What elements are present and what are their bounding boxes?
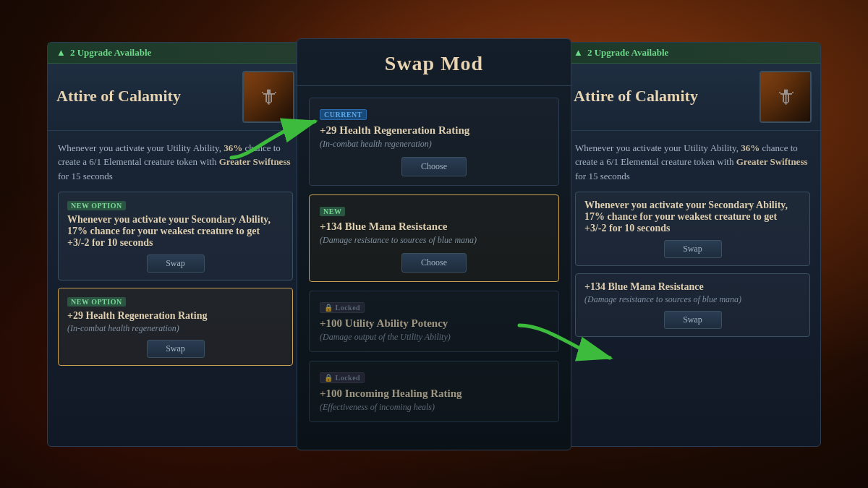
right-option1-box: Whenever you activate your Secondary Abi… [575,192,810,266]
right-card-avatar [760,71,812,123]
mod-locked2-tag: 🔒 Locked [320,372,365,383]
mod-current-title: +29 Health Regeneration Rating [320,124,548,137]
right-card: ▲ 2 Upgrade Available Attire of Calamity… [564,42,821,447]
lock1-icon: 🔒 [324,304,333,312]
mod-locked2-subtitle: (Effectiveness of incoming heals) [320,402,548,413]
mod-new-subtitle: (Damage resistance to sources of blue ma… [320,235,548,246]
mod-new-tag: NEW [320,207,345,216]
right-card-title: Attire of Calamity [574,87,698,106]
right-upgrade-text: 2 Upgrade Available [587,47,668,59]
mod-new-choose-button[interactable]: Choose [401,253,467,273]
center-header: Swap Mod [297,39,571,86]
upgrade-arrow-icon: ▲ [56,47,66,59]
right-card-desc: Whenever you activate your Utility Abili… [575,141,810,184]
mod-locked1-title: +100 Utility Ability Potency [320,317,548,330]
left-card-body: Whenever you activate your Utility Abili… [48,131,303,384]
left-card-title: Attire of Calamity [56,87,181,106]
mod-new-title: +134 Blue Mana Resistance [320,221,548,233]
left-card-desc: Whenever you activate your Utility Abili… [58,141,293,184]
center-body: CURRENT +29 Health Regeneration Rating (… [297,86,571,442]
mod-current-box: CURRENT +29 Health Regeneration Rating (… [309,98,559,186]
left-option2-box: NEW OPTION +29 Health Regeneration Ratin… [58,288,293,366]
left-card-header: Attire of Calamity [48,64,303,131]
right-option1-title: Whenever you activate your Secondary Abi… [584,200,801,234]
mod-locked2-title: +100 Incoming Healing Rating [320,388,548,400]
left-upgrade-banner: ▲ 2 Upgrade Available [48,43,303,64]
left-option1-title: Whenever you activate your Secondary Abi… [67,214,284,249]
left-option1-tag: NEW OPTION [67,201,126,210]
right-blue-mana-box: +134 Blue Mana Resistance (Damage resist… [575,273,810,337]
lock2-icon: 🔒 [324,374,333,382]
right-card-body: Whenever you activate your Utility Abili… [565,131,820,348]
mod-locked2-tag-label: Locked [336,374,361,382]
right-option2-title: +134 Blue Mana Resistance [584,281,801,293]
left-option1-box: NEW OPTION Whenever you activate your Se… [58,192,293,281]
mod-locked1-box: 🔒 Locked +100 Utility Ability Potency (D… [309,291,559,352]
mod-locked1-subtitle: (Damage output of the Utility Ability) [320,332,548,343]
center-title: Swap Mod [312,52,556,75]
left-option2-subtitle: (In-combat health regeneration) [67,323,284,334]
left-option2-title: +29 Health Regeneration Rating [67,310,284,322]
right-upgrade-banner: ▲ 2 Upgrade Available [565,43,820,64]
mod-locked2-box: 🔒 Locked +100 Incoming Healing Rating (E… [309,361,559,422]
left-option2-tag: NEW OPTION [67,297,126,307]
right-swap2-button[interactable]: Swap [664,311,722,329]
right-option2-subtitle: (Damage resistance to sources of blue ma… [584,294,801,305]
left-swap1-button[interactable]: Swap [147,254,205,273]
left-upgrade-text: 2 Upgrade Available [70,47,151,59]
mod-locked1-tag-label: Locked [336,304,361,312]
mod-current-tag: CURRENT [320,109,367,120]
mod-new-box: NEW +134 Blue Mana Resistance (Damage re… [309,194,559,282]
left-card-avatar [242,71,294,123]
left-swap2-button[interactable]: Swap [147,340,205,358]
right-upgrade-arrow-icon: ▲ [574,47,583,59]
left-card: ▲ 2 Upgrade Available Attire of Calamity… [47,42,304,447]
right-card-header: Attire of Calamity [565,64,820,131]
mod-current-choose-button[interactable]: Choose [401,157,467,176]
center-panel: Swap Mod CURRENT +29 Health Regeneration… [297,38,571,450]
right-swap1-button[interactable]: Swap [664,240,722,258]
mod-locked1-tag: 🔒 Locked [320,302,365,313]
mod-current-subtitle: (In-combat health regeneration) [320,139,548,150]
